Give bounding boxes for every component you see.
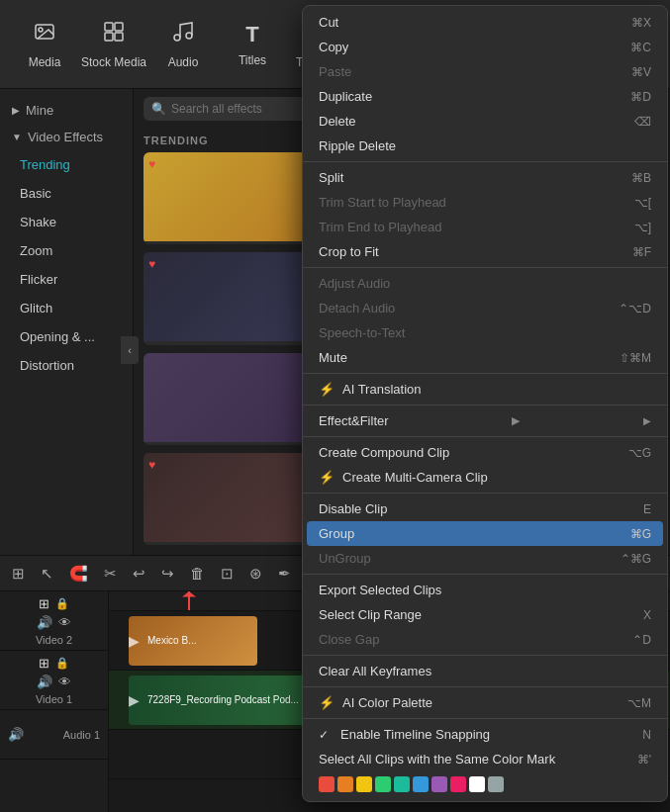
crop-icon[interactable]: ⊡ bbox=[217, 563, 238, 585]
ctx-duplicate[interactable]: Duplicate ⌘D bbox=[303, 84, 667, 109]
ctx-close-gap: Close Gap ⌃D bbox=[303, 627, 667, 652]
ctx-disable-clip[interactable]: Disable Clip E bbox=[303, 496, 667, 521]
ctx-ai-translation[interactable]: ⚡ AI Translation bbox=[303, 377, 667, 402]
toolbar-stock-media[interactable]: Stock Media bbox=[79, 5, 148, 84]
ctx-ai-color-palette[interactable]: ⚡ AI Color Palette ⌥M bbox=[303, 690, 667, 715]
ctx-split[interactable]: Split ⌘B bbox=[303, 165, 667, 190]
ctx-speech-to-text-label: Speech-to-Text bbox=[319, 325, 405, 340]
ctx-create-compound[interactable]: Create Compound Clip ⌥G bbox=[303, 440, 667, 465]
sidebar-item-trending[interactable]: Trending bbox=[0, 150, 133, 179]
clip-video2-label: Mexico B... bbox=[144, 633, 200, 648]
video2-volume-icon[interactable]: 🔊 bbox=[37, 615, 52, 630]
ctx-ai-translation-left: ⚡ AI Translation bbox=[319, 382, 422, 397]
video2-lock-icon: 🔒 bbox=[55, 597, 69, 610]
ctx-duplicate-label: Duplicate bbox=[319, 89, 372, 104]
sidebar-item-opening[interactable]: Opening & ... bbox=[0, 322, 133, 351]
swatch-gray[interactable] bbox=[488, 776, 504, 792]
ctx-mute-shortcut: ⇧⌘M bbox=[620, 351, 651, 365]
ctx-delete-label: Delete bbox=[319, 114, 356, 129]
sidebar-item-distortion[interactable]: Distortion bbox=[0, 351, 133, 380]
swatch-blue[interactable] bbox=[413, 776, 429, 792]
ctx-sep-3 bbox=[303, 373, 667, 374]
toolbar-audio[interactable]: Audio bbox=[148, 5, 218, 84]
sidebar-item-zoom[interactable]: Zoom bbox=[0, 236, 133, 265]
heart-icon-fourth: ♥ bbox=[148, 458, 155, 472]
ctx-duplicate-shortcut: ⌘D bbox=[630, 90, 651, 104]
heart-icon-blur: ♥ bbox=[148, 257, 155, 271]
ctx-select-clip-range[interactable]: Select Clip Range X bbox=[303, 602, 667, 627]
sidebar-item-flicker[interactable]: Flicker bbox=[0, 265, 133, 294]
ctx-create-compound-label: Create Compound Clip bbox=[319, 445, 449, 460]
video1-lock-icon: 🔒 bbox=[55, 657, 69, 670]
audio-icon bbox=[171, 20, 195, 49]
sidebar-item-basic[interactable]: Basic bbox=[0, 179, 133, 208]
swatch-orange[interactable] bbox=[337, 776, 353, 792]
clip-video2[interactable]: ▶ Mexico B... bbox=[129, 616, 257, 666]
undo-icon[interactable]: ↩ bbox=[129, 563, 149, 585]
swatch-red[interactable] bbox=[319, 776, 335, 792]
audio1-volume-icon[interactable]: 🔊 bbox=[8, 727, 24, 742]
toolbar-titles[interactable]: T Titles bbox=[218, 5, 287, 84]
ctx-copy[interactable]: Copy ⌘C bbox=[303, 35, 667, 59]
ctx-crop-fit[interactable]: Crop to Fit ⌘F bbox=[303, 239, 667, 264]
sidebar-video-effects-label: Video Effects bbox=[28, 130, 103, 144]
video1-volume-icon[interactable]: 🔊 bbox=[37, 675, 52, 689]
redo-icon[interactable]: ↪ bbox=[157, 563, 178, 585]
stock-media-icon bbox=[102, 20, 126, 49]
ctx-ripple-delete[interactable]: Ripple Delete bbox=[303, 134, 667, 158]
sidebar-video-effects-group[interactable]: ▼ Video Effects bbox=[0, 124, 133, 150]
ctx-group-label: Group bbox=[319, 526, 354, 541]
ctx-create-multicam[interactable]: ⚡ Create Multi-Camera Clip bbox=[303, 465, 667, 490]
sidebar-mine-group[interactable]: ▶ Mine bbox=[0, 97, 133, 124]
audio1-name: Audio 1 bbox=[63, 729, 100, 741]
ctx-ungroup-shortcut: ⌃⌘G bbox=[621, 552, 651, 566]
sidebar-collapse-button[interactable]: ‹ bbox=[121, 336, 139, 364]
ctx-crop-fit-label: Crop to Fit bbox=[319, 244, 379, 259]
magnet-icon[interactable]: 🧲 bbox=[65, 563, 92, 585]
ctx-close-gap-label: Close Gap bbox=[319, 632, 379, 647]
ctx-copy-shortcut: ⌘C bbox=[630, 41, 651, 54]
pen-icon[interactable]: ✒ bbox=[274, 563, 295, 585]
chevron-right-icon: ▶ bbox=[12, 105, 20, 116]
svg-rect-4 bbox=[105, 33, 113, 41]
sidebar-item-shake[interactable]: Shake bbox=[0, 208, 133, 236]
track-labels: ⊞ 🔒 🔊 👁 Video 2 ⊞ 🔒 🔊 👁 bbox=[0, 591, 109, 812]
ctx-export-selected[interactable]: Export Selected Clips bbox=[303, 578, 667, 602]
track-label-video2: ⊞ 🔒 🔊 👁 Video 2 bbox=[0, 591, 108, 651]
ctx-mute-label: Mute bbox=[319, 350, 347, 365]
swatch-teal[interactable] bbox=[394, 776, 410, 792]
ctx-select-same-color-label: Select All Clips with the Same Color Mar… bbox=[319, 752, 555, 767]
ctx-group[interactable]: Group ⌘G bbox=[307, 521, 663, 546]
ctx-disable-clip-shortcut: E bbox=[643, 502, 651, 516]
video1-eye-icon[interactable]: 👁 bbox=[58, 675, 71, 689]
ctx-cut[interactable]: Cut ⌘X bbox=[303, 10, 667, 35]
sidebar-opening-label: Opening & ... bbox=[20, 329, 95, 344]
ctx-adjust-audio-label: Adjust Audio bbox=[319, 276, 390, 291]
ctx-select-same-color[interactable]: Select All Clips with the Same Color Mar… bbox=[303, 747, 667, 771]
swatch-purple[interactable] bbox=[431, 776, 447, 792]
cursor-icon[interactable]: ↖ bbox=[37, 563, 57, 585]
swatch-pink[interactable] bbox=[450, 776, 466, 792]
video1-name: Video 1 bbox=[36, 693, 72, 705]
swatch-yellow[interactable] bbox=[356, 776, 372, 792]
ctx-enable-snapping[interactable]: ✓ Enable Timeline Snapping N bbox=[303, 722, 667, 747]
swatch-green[interactable] bbox=[375, 776, 391, 792]
video2-eye-icon[interactable]: 👁 bbox=[58, 615, 71, 630]
ctx-effect-filter[interactable]: Effect&Filter ▶ bbox=[303, 408, 667, 433]
swatch-white[interactable] bbox=[469, 776, 485, 792]
ctx-clear-keyframes[interactable]: Clear All Keyframes bbox=[303, 659, 667, 683]
ctx-trim-end-shortcut: ⌥] bbox=[634, 221, 651, 234]
split-icon[interactable]: ✂ bbox=[100, 563, 121, 585]
transform-icon[interactable]: ⊛ bbox=[245, 563, 266, 585]
ctx-delete[interactable]: Delete ⌫ bbox=[303, 109, 667, 134]
ctx-mute[interactable]: Mute ⇧⌘M bbox=[303, 345, 667, 370]
sidebar-item-glitch[interactable]: Glitch bbox=[0, 294, 133, 322]
toolbar-media-label: Media bbox=[29, 55, 61, 69]
toolbar-media[interactable]: Media bbox=[10, 5, 79, 84]
scene-icon[interactable]: ⊞ bbox=[8, 563, 29, 585]
ctx-clear-keyframes-label: Clear All Keyframes bbox=[319, 664, 431, 678]
ctx-crop-fit-shortcut: ⌘F bbox=[632, 245, 651, 259]
video2-controls: 🔊 👁 bbox=[37, 615, 71, 630]
trash-icon[interactable]: 🗑 bbox=[186, 563, 209, 584]
ctx-select-clip-range-label: Select Clip Range bbox=[319, 607, 422, 622]
